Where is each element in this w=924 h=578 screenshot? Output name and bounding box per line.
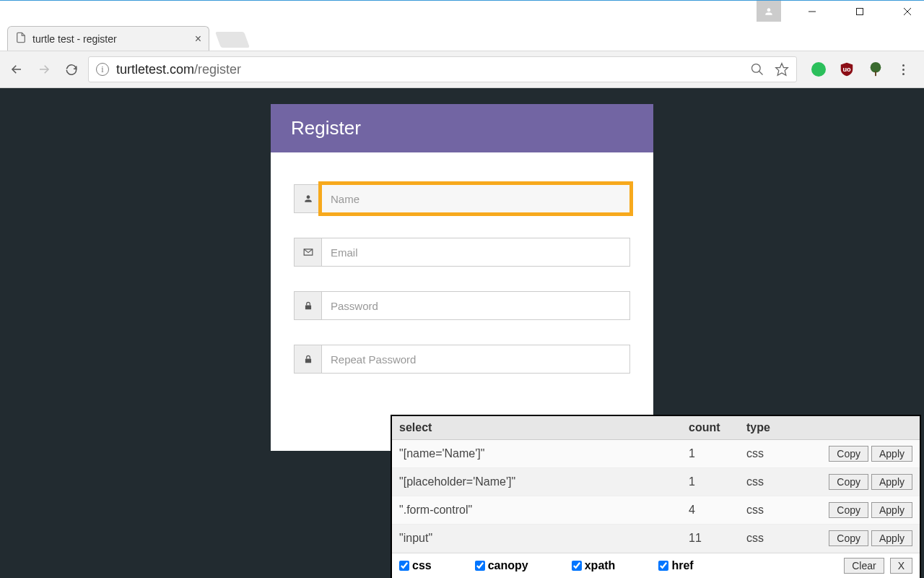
repeat-password-field <box>294 345 630 374</box>
tab-close-icon[interactable]: × <box>195 33 201 46</box>
user-icon <box>294 184 321 213</box>
selector-cell: "[name='Name']" <box>392 440 681 468</box>
selector-row: "[placeholder='Name']"1cssCopyApply <box>392 468 920 496</box>
new-tab-button[interactable] <box>215 32 250 48</box>
svg-line-7 <box>759 72 763 75</box>
lock-icon <box>294 291 321 320</box>
svg-point-6 <box>752 64 761 73</box>
selector-table: select count type "[name='Name']"1cssCop… <box>392 416 920 553</box>
selector-devtool-panel: select count type "[name='Name']"1cssCop… <box>391 415 921 578</box>
apply-button[interactable]: Apply <box>871 502 912 518</box>
apply-button[interactable]: Apply <box>871 474 912 490</box>
copy-button[interactable]: Copy <box>829 502 868 518</box>
selector-cell: ".form-control" <box>392 496 681 525</box>
panel-footer: css canopy xpath href Clear X <box>392 553 920 578</box>
password-field <box>294 291 630 320</box>
page-viewport: Register <box>0 88 924 578</box>
chrome-menu-icon[interactable] <box>897 64 910 75</box>
count-cell: 1 <box>681 468 739 496</box>
col-count: count <box>681 416 739 440</box>
name-field <box>294 184 630 213</box>
forward-button[interactable] <box>33 59 55 80</box>
name-input[interactable] <box>321 184 630 213</box>
bookmark-star-icon[interactable] <box>775 62 789 77</box>
email-input[interactable] <box>321 238 630 267</box>
close-panel-button[interactable]: X <box>890 558 912 574</box>
selector-row: "[name='Name']"1cssCopyApply <box>392 440 920 468</box>
repeat-password-input[interactable] <box>321 345 630 374</box>
copy-button[interactable]: Copy <box>829 446 868 462</box>
chrome-profile-icon[interactable] <box>757 1 781 22</box>
filter-canopy[interactable]: canopy <box>475 559 528 572</box>
selector-row: "input"11cssCopyApply <box>392 525 920 553</box>
zoom-icon[interactable] <box>750 62 764 77</box>
selector-cell: "input" <box>392 525 681 553</box>
ublock-icon[interactable]: uo <box>839 61 855 77</box>
filter-canopy-checkbox[interactable] <box>475 561 485 571</box>
browser-toolbar: i turtletest.com/register uo <box>0 51 924 88</box>
window-close-button[interactable] <box>891 1 924 22</box>
clear-button[interactable]: Clear <box>844 558 884 574</box>
address-bar[interactable]: i turtletest.com/register <box>88 56 797 82</box>
filter-css-checkbox[interactable] <box>399 561 409 571</box>
type-cell: css <box>739 496 804 525</box>
reload-button[interactable] <box>61 59 82 80</box>
apply-button[interactable]: Apply <box>871 530 912 546</box>
selector-row: ".form-control"4cssCopyApply <box>392 496 920 525</box>
filter-href-checkbox[interactable] <box>658 561 668 571</box>
extension-tree-icon[interactable] <box>868 61 884 77</box>
apply-button[interactable]: Apply <box>871 446 912 462</box>
window-titlebar <box>0 0 924 22</box>
tab-title: turtle test - register <box>32 33 117 45</box>
filter-xpath-checkbox[interactable] <box>572 561 582 571</box>
envelope-icon <box>294 238 321 267</box>
window-maximize-button[interactable] <box>843 1 876 22</box>
extension-icons: uo <box>803 61 918 77</box>
extension-green-dot-icon[interactable] <box>811 62 826 77</box>
svg-rect-11 <box>875 72 876 76</box>
filter-href[interactable]: href <box>658 559 693 572</box>
col-type: type <box>739 416 804 440</box>
svg-point-10 <box>871 62 881 73</box>
col-select: select <box>392 416 681 440</box>
page-icon <box>15 32 27 46</box>
filter-xpath[interactable]: xpath <box>572 559 616 572</box>
email-field <box>294 238 630 267</box>
svg-text:uo: uo <box>842 66 851 73</box>
back-button[interactable] <box>6 59 27 80</box>
selector-cell: "[placeholder='Name']" <box>392 468 681 496</box>
url-text: turtletest.com/register <box>116 62 743 77</box>
lock-icon <box>294 345 321 374</box>
count-cell: 11 <box>681 525 739 553</box>
type-cell: css <box>739 440 804 468</box>
svg-rect-12 <box>305 305 310 309</box>
register-card: Register <box>271 104 653 451</box>
svg-rect-1 <box>857 8 863 14</box>
type-cell: css <box>739 525 804 553</box>
browser-tab-active[interactable]: turtle test - register × <box>7 26 209 51</box>
filter-css[interactable]: css <box>399 559 432 572</box>
type-cell: css <box>739 468 804 496</box>
svg-marker-8 <box>776 64 788 76</box>
window-minimize-button[interactable] <box>796 1 829 22</box>
card-body <box>271 152 653 388</box>
copy-button[interactable]: Copy <box>829 530 868 546</box>
site-info-icon[interactable]: i <box>96 63 109 76</box>
card-header: Register <box>271 104 653 152</box>
count-cell: 4 <box>681 496 739 525</box>
copy-button[interactable]: Copy <box>829 474 868 490</box>
svg-rect-13 <box>305 358 310 363</box>
password-input[interactable] <box>321 291 630 320</box>
count-cell: 1 <box>681 440 739 468</box>
browser-tabstrip: turtle test - register × <box>0 22 924 51</box>
